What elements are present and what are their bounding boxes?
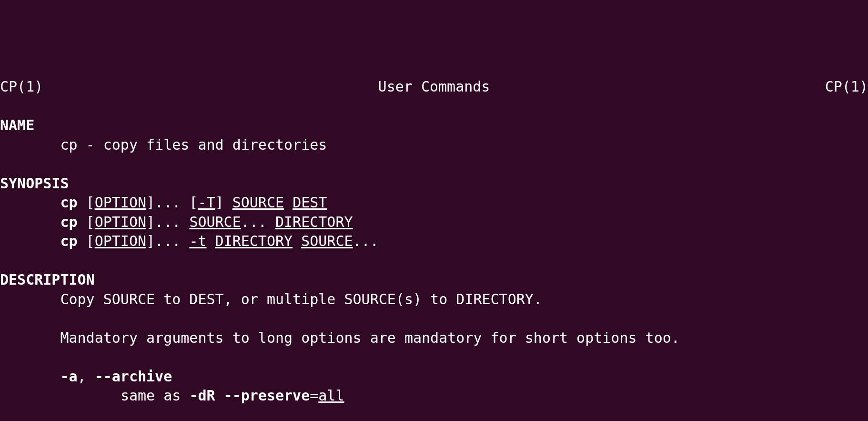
man-page-content[interactable]: CP(1)User CommandsCP(1) NAME cp - copy f… [0, 77, 868, 421]
synopsis-line1: cp [OPTION]... [-T] SOURCE DEST [0, 194, 327, 211]
option-archive: -a, --archive [0, 368, 172, 385]
arg-option: OPTION [95, 194, 146, 211]
man-header-line: CP(1)User CommandsCP(1) [0, 77, 868, 97]
arg-source: SOURCE [301, 233, 353, 249]
arg-source: SOURCE [189, 214, 241, 230]
description-para1: Copy SOURCE to DEST, or multiple SOURCE(… [0, 291, 542, 308]
section-synopsis-heading: SYNOPSIS [0, 175, 69, 192]
arg-source: SOURCE [232, 194, 284, 211]
arg-directory: DIRECTORY [275, 214, 353, 230]
man-header-center: User Commands [43, 77, 825, 97]
opt-short-a: -a [60, 368, 77, 385]
cmd-cp: cp [60, 214, 77, 230]
synopsis-line2: cp [OPTION]... SOURCE... DIRECTORY [0, 214, 353, 230]
arg-option: OPTION [95, 214, 146, 230]
man-header-left: CP(1) [0, 77, 43, 97]
option-archive-desc: same as -dR --preserve=all [0, 387, 344, 404]
description-para2: Mandatory arguments to long options are … [0, 329, 680, 346]
cmd-cp: cp [60, 233, 77, 249]
cmd-cp: cp [60, 194, 77, 211]
synopsis-line3: cp [OPTION]... -t DIRECTORY SOURCE... [0, 233, 379, 249]
section-description-heading: DESCRIPTION [0, 271, 95, 288]
arg-dash-t: -t [189, 233, 206, 249]
arg-dest: DEST [293, 194, 327, 211]
opt-long-archive: --archive [95, 368, 172, 385]
man-header-right: CP(1) [825, 77, 868, 97]
name-content: cp - copy files and directories [0, 136, 327, 153]
section-name-heading: NAME [0, 117, 34, 133]
arg-dash-T: -T [198, 194, 215, 211]
arg-directory: DIRECTORY [215, 233, 293, 249]
arg-option: OPTION [95, 233, 146, 249]
